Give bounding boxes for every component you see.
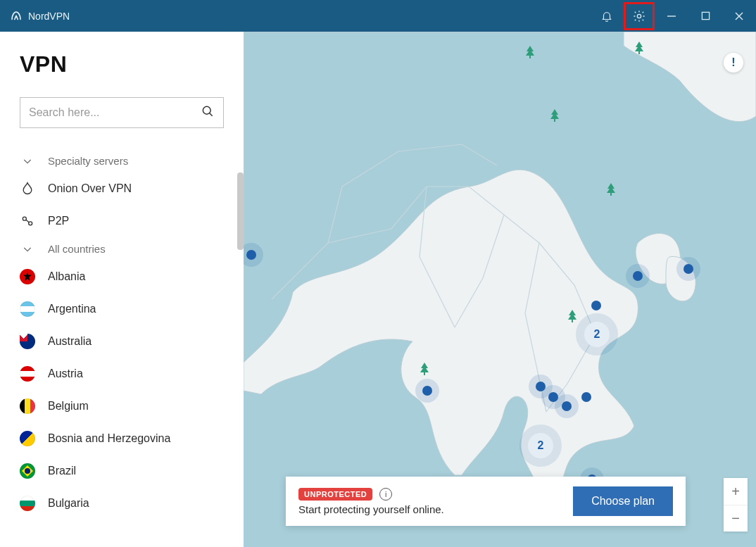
map-cluster[interactable]: 2 [584, 322, 610, 347]
map-server-marker[interactable] [246, 250, 256, 260]
svg-rect-14 [424, 372, 425, 375]
country-label: Australia [48, 335, 92, 348]
settings-button[interactable] [624, 2, 655, 30]
country-bosnia[interactable]: Bosnia and Herzegovina [20, 422, 224, 455]
chevron-down-icon [20, 244, 35, 255]
svg-rect-10 [638, 51, 640, 54]
map-alert-badge[interactable]: ! [724, 53, 743, 73]
server-label: Onion Over VPN [48, 182, 132, 195]
search-box[interactable] [20, 97, 224, 128]
search-icon [201, 104, 215, 121]
p2p-icon [20, 213, 35, 229]
country-label: Argentina [48, 303, 96, 315]
map-server-marker[interactable] [562, 401, 572, 411]
svg-rect-11 [554, 119, 555, 122]
map-land [244, 32, 756, 547]
svg-rect-13 [572, 320, 573, 322]
sidebar: VPN Specialty servers Onion Over VPN [0, 32, 244, 547]
country-australia[interactable]: Australia [20, 325, 224, 358]
close-button[interactable] [722, 0, 756, 32]
country-label: Albania [48, 270, 85, 283]
tree-icon [525, 46, 535, 62]
svg-rect-9 [529, 56, 531, 58]
specialty-servers-label: Specialty servers [48, 155, 128, 167]
status-card: UNPROTECTED i Start protecting yourself … [286, 477, 686, 526]
nordvpn-icon [10, 10, 23, 23]
specialty-servers-toggle[interactable]: Specialty servers [20, 149, 224, 172]
svg-point-7 [23, 217, 26, 220]
svg-rect-2 [702, 12, 709, 19]
svg-rect-12 [610, 193, 612, 196]
map-server-marker[interactable] [591, 301, 601, 310]
country-brazil[interactable]: Brazil [20, 455, 224, 487]
maximize-icon [701, 11, 710, 20]
status-badge: UNPROTECTED [298, 488, 372, 501]
alert-icon: ! [731, 56, 735, 69]
server-label: P2P [48, 215, 69, 227]
titlebar: NordVPN [0, 0, 756, 32]
gear-icon [632, 9, 646, 23]
tree-icon [567, 310, 577, 326]
content: VPN Specialty servers Onion Over VPN [0, 32, 756, 547]
svg-point-0 [637, 14, 641, 18]
status-text: UNPROTECTED i Start protecting yourself … [298, 488, 563, 515]
tree-icon [550, 109, 560, 125]
flag-icon [20, 398, 35, 414]
close-icon [734, 11, 744, 21]
zoom-controls: + − [724, 478, 748, 532]
all-countries-label: All countries [48, 243, 106, 255]
country-austria[interactable]: Austria [20, 358, 224, 390]
flag-icon [20, 496, 35, 511]
choose-plan-button[interactable]: Choose plan [573, 486, 673, 516]
country-label: Belgium [48, 400, 89, 413]
cluster-count: 2 [594, 328, 600, 341]
tree-icon [420, 363, 429, 379]
server-p2p[interactable]: P2P [20, 205, 224, 237]
tree-icon [634, 42, 644, 58]
notifications-button[interactable] [590, 0, 624, 32]
minimize-icon [667, 11, 676, 21]
status-message: Start protecting yourself online. [298, 503, 563, 515]
all-countries-toggle[interactable]: All countries [20, 237, 224, 260]
onion-icon [20, 181, 35, 196]
cluster-count: 2 [538, 439, 544, 452]
search-input[interactable] [29, 106, 201, 119]
svg-point-8 [29, 222, 32, 225]
country-argentina[interactable]: Argentina [20, 293, 224, 325]
sidebar-heading: VPN [20, 51, 224, 77]
server-onion-over-vpn[interactable]: Onion Over VPN [20, 172, 224, 205]
flag-icon [20, 431, 35, 446]
country-belgium[interactable]: Belgium [20, 390, 224, 422]
flag-icon [20, 334, 35, 349]
map-server-marker[interactable] [422, 386, 432, 396]
map-server-marker[interactable] [633, 271, 643, 281]
bell-icon [600, 10, 613, 23]
info-icon[interactable]: i [379, 488, 392, 501]
country-label: Austria [48, 367, 83, 380]
sidebar-scrollbar[interactable] [237, 172, 244, 250]
flag-icon [20, 463, 35, 479]
country-label: Brazil [48, 465, 76, 477]
maximize-button[interactable] [688, 0, 722, 32]
zoom-in-button[interactable]: + [724, 478, 748, 505]
minimize-button[interactable] [655, 0, 688, 32]
map-server-marker[interactable] [581, 392, 591, 402]
flag-icon [20, 301, 35, 317]
map-cluster[interactable]: 2 [528, 433, 553, 458]
country-label: Bulgaria [48, 497, 89, 510]
country-albania[interactable]: Albania [20, 260, 224, 293]
svg-line-6 [210, 113, 213, 116]
flag-icon [20, 366, 35, 382]
map-server-marker[interactable] [683, 264, 693, 274]
country-bulgaria[interactable]: Bulgaria [20, 487, 224, 520]
tree-icon [606, 183, 616, 199]
country-label: Bosnia and Herzegovina [48, 432, 170, 445]
app-title: NordVPN [28, 11, 70, 22]
zoom-out-button[interactable]: − [724, 505, 748, 532]
chevron-down-icon [20, 156, 35, 167]
flag-icon [20, 269, 35, 284]
map-pane[interactable]: 2 2 ! UNPROTECTED i Start protecting you… [244, 32, 756, 547]
app-logo: NordVPN [10, 10, 70, 23]
